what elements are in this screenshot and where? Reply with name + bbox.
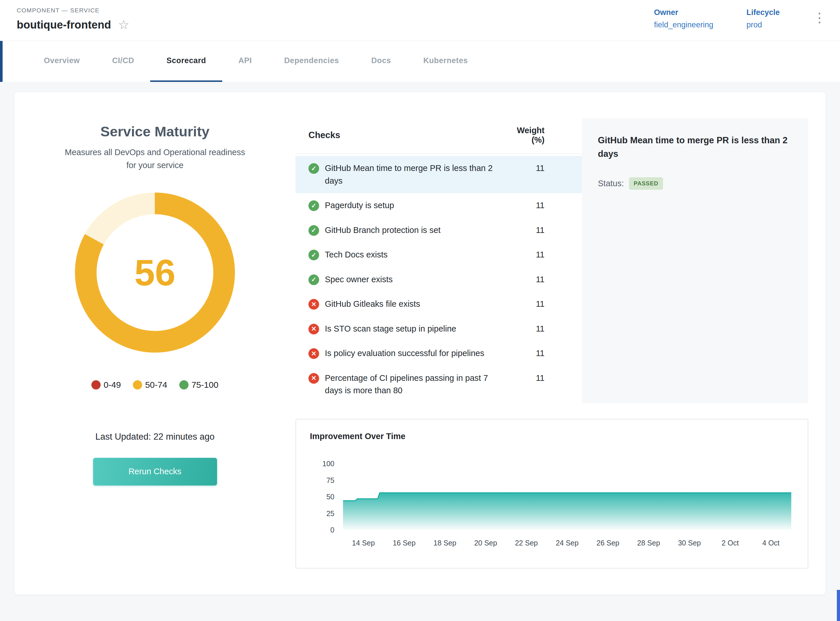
tab-dependencies[interactable]: Dependencies — [268, 41, 355, 82]
lifecycle-value: prod — [746, 20, 780, 29]
tab-ci-cd[interactable]: CI/CD — [96, 41, 150, 82]
svg-text:25: 25 — [326, 509, 334, 517]
main-area: Service Maturity Measures all DevOps and… — [0, 82, 840, 594]
svg-text:4 Oct: 4 Oct — [762, 539, 779, 547]
header-left: COMPONENT — SERVICE boutique-frontend ☆ — [17, 7, 129, 41]
breadcrumb: COMPONENT — SERVICE — [17, 7, 129, 14]
check-label: Tech Docs exists — [325, 248, 512, 261]
status-label: Status: — [598, 179, 624, 188]
legend-label: 50-74 — [145, 380, 167, 390]
check-row[interactable]: ✓Pagerduty is setup11 — [295, 193, 582, 218]
check-weight: 11 — [512, 347, 582, 360]
kebab-menu-icon[interactable]: ⋮ — [813, 11, 826, 24]
tabs-left-accent-bar — [0, 41, 3, 82]
check-row[interactable]: ✕Percentage of CI pipelines passing in p… — [295, 366, 582, 403]
check-label: Pagerduty is setup — [325, 199, 512, 212]
check-row[interactable]: ✕Is STO scan stage setup in pipeline11 — [295, 317, 582, 341]
checks-and-detail: Checks Weight (%) ✓GitHub Mean time to m… — [295, 118, 808, 568]
check-label: GitHub Branch protection is set — [325, 224, 512, 237]
tab-scorecard[interactable]: Scorecard — [150, 41, 222, 82]
svg-text:26 Sep: 26 Sep — [596, 539, 619, 547]
last-updated-text: Last Updated: 22 minutes ago — [95, 432, 215, 442]
lifecycle-label: Lifecycle — [746, 8, 780, 17]
legend-item: 50-74 — [133, 380, 167, 390]
legend-item: 0-49 — [91, 380, 121, 390]
check-detail-panel: GitHub Mean time to merge PR is less tha… — [582, 118, 808, 403]
check-detail-title: GitHub Mean time to merge PR is less tha… — [598, 134, 792, 161]
check-failed-icon: ✕ — [309, 373, 319, 384]
maturity-donut-hole: 56 — [97, 214, 213, 331]
check-passed-icon: ✓ — [309, 225, 319, 236]
svg-text:50: 50 — [326, 493, 334, 501]
svg-text:24 Sep: 24 Sep — [556, 539, 578, 547]
check-passed-icon: ✓ — [309, 250, 319, 261]
legend-label: 75-100 — [191, 380, 218, 390]
check-passed-icon: ✓ — [309, 200, 319, 211]
checks-table: Checks Weight (%) ✓GitHub Mean time to m… — [295, 118, 582, 403]
svg-text:20 Sep: 20 Sep — [474, 539, 497, 547]
check-failed-icon: ✕ — [309, 299, 319, 310]
svg-text:14 Sep: 14 Sep — [352, 539, 375, 547]
legend-dot-icon — [133, 380, 142, 389]
check-failed-icon: ✕ — [309, 348, 319, 359]
checks-column-header: Checks — [309, 130, 512, 141]
tab-overview[interactable]: Overview — [28, 41, 96, 82]
svg-text:75: 75 — [326, 476, 334, 484]
svg-text:28 Sep: 28 Sep — [637, 539, 660, 547]
checks-table-header: Checks Weight (%) — [295, 118, 582, 154]
check-label: GitHub Mean time to merge PR is less tha… — [325, 162, 512, 187]
check-weight: 11 — [512, 298, 582, 310]
tab-kubernetes[interactable]: Kubernetes — [407, 41, 484, 82]
check-row[interactable]: ✕GitHub Gitleaks file exists11 — [295, 292, 582, 317]
tab-api[interactable]: API — [222, 41, 268, 82]
header-meta: Owner field_engineering Lifecycle prod ⋮ — [654, 7, 826, 41]
check-weight: 11 — [512, 248, 582, 261]
check-weight: 11 — [512, 372, 582, 385]
check-row[interactable]: ✓GitHub Mean time to merge PR is less th… — [295, 156, 582, 193]
owner-block: Owner field_engineering — [654, 8, 713, 29]
owner-label: Owner — [654, 8, 713, 17]
owner-value-link[interactable]: field_engineering — [654, 20, 713, 29]
score-legend: 0-4950-7475-100 — [91, 380, 218, 390]
svg-text:100: 100 — [322, 460, 334, 468]
check-row[interactable]: ✓Tech Docs exists11 — [295, 242, 582, 267]
scorecard-card: Service Maturity Measures all DevOps and… — [14, 92, 826, 594]
legend-dot-icon — [91, 380, 101, 389]
check-row[interactable]: ✕Is policy evaluation successful for pip… — [295, 341, 582, 366]
check-row[interactable]: ✓Spec owner exists11 — [295, 267, 582, 292]
check-passed-icon: ✓ — [309, 163, 319, 174]
checks-list: ✓GitHub Mean time to merge PR is less th… — [295, 154, 582, 403]
svg-text:30 Sep: 30 Sep — [678, 539, 701, 547]
svg-text:0: 0 — [330, 526, 334, 534]
scorecard-title: Service Maturity — [100, 123, 210, 139]
tab-docs[interactable]: Docs — [355, 41, 407, 82]
check-label: GitHub Gitleaks file exists — [325, 298, 512, 310]
improvement-chart-title: Improvement Over Time — [310, 432, 796, 441]
check-weight: 11 — [512, 162, 582, 175]
rerun-checks-button[interactable]: Rerun Checks — [93, 458, 217, 486]
check-row[interactable]: ✓GitHub Branch protection is set11 — [295, 218, 582, 243]
scrollbar-thumb[interactable] — [837, 590, 840, 621]
favorite-star-icon[interactable]: ☆ — [118, 18, 129, 31]
page-title: boutique-frontend — [17, 19, 111, 31]
check-weight: 11 — [512, 224, 582, 237]
svg-text:18 Sep: 18 Sep — [434, 539, 456, 547]
legend-label: 0-49 — [103, 380, 121, 390]
status-badge: PASSED — [629, 177, 663, 190]
lifecycle-block: Lifecycle prod — [746, 8, 780, 29]
maturity-score: 56 — [134, 251, 175, 294]
scorecard-subtitle: Measures all DevOps and Operational read… — [60, 146, 250, 172]
check-label: Is STO scan stage setup in pipeline — [325, 323, 512, 335]
svg-text:16 Sep: 16 Sep — [393, 539, 415, 547]
improvement-chart-svg: 025507510014 Sep16 Sep18 Sep20 Sep22 Sep… — [310, 444, 794, 562]
maturity-donut: 56 — [75, 192, 235, 353]
improvement-chart-card: Improvement Over Time 025507510014 Sep16… — [295, 419, 808, 568]
check-weight: 11 — [512, 273, 582, 286]
check-passed-icon: ✓ — [309, 274, 319, 285]
service-maturity-panel: Service Maturity Measures all DevOps and… — [14, 118, 295, 568]
tabs: OverviewCI/CDScorecardAPIDependenciesDoc… — [0, 41, 840, 82]
improvement-chart: 025507510014 Sep16 Sep18 Sep20 Sep22 Sep… — [310, 444, 796, 563]
legend-dot-icon — [179, 380, 189, 389]
legend-item: 75-100 — [179, 380, 218, 390]
svg-text:2 Oct: 2 Oct — [722, 539, 739, 547]
